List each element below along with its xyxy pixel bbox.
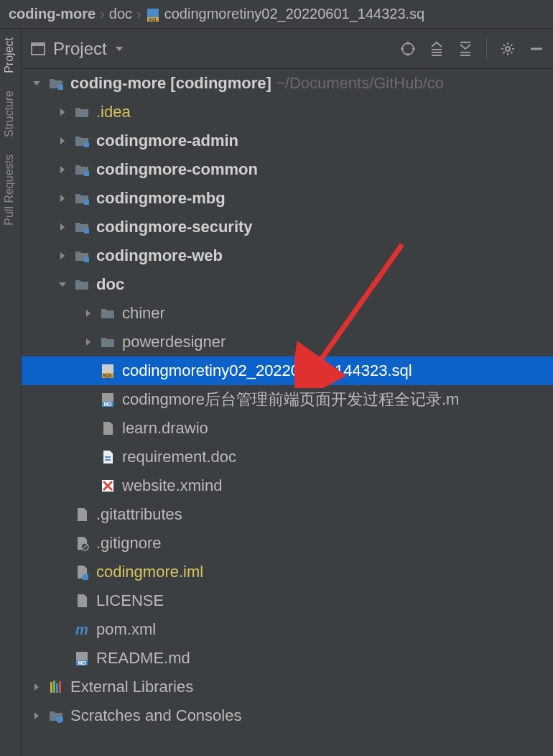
arrow-collapsed-icon [56, 192, 69, 205]
module-folder-icon [73, 161, 90, 178]
chevron-right-icon: › [100, 6, 105, 22]
file-icon [73, 592, 90, 609]
doc-file-icon [99, 448, 116, 466]
module-folder-icon [73, 190, 90, 207]
arrow-collapsed-icon [56, 221, 69, 234]
toolbar-separator [486, 39, 487, 59]
svg-rect-22 [84, 229, 89, 234]
arrow-collapsed-icon [56, 106, 69, 119]
svg-rect-20 [84, 171, 89, 176]
breadcrumb-dir[interactable]: doc [109, 6, 132, 22]
tree-node-file[interactable]: m pom.xml [22, 615, 553, 644]
svg-rect-21 [84, 200, 89, 205]
svg-rect-43 [59, 681, 61, 693]
gear-icon[interactable] [500, 41, 516, 57]
svg-rect-18 [58, 85, 63, 90]
tree-node-file[interactable]: learn.drawio [22, 414, 553, 443]
arrow-expanded-icon [30, 77, 43, 90]
tab-pull-requests[interactable]: Pull Requests [0, 146, 19, 234]
module-folder-icon [73, 218, 90, 236]
svg-rect-27 [102, 393, 113, 402]
arrow-collapsed-icon [56, 249, 69, 262]
tree-node-module[interactable]: codingmore-common [22, 155, 553, 184]
svg-text:m: m [75, 622, 88, 637]
arrow-collapsed-icon [56, 134, 69, 147]
svg-text:SQL: SQL [149, 17, 158, 22]
sql-file-icon: SQL [99, 362, 116, 379]
svg-rect-0 [147, 9, 159, 17]
module-folder-icon [73, 247, 90, 264]
tree-node-file[interactable]: .gitignore [22, 529, 553, 558]
tree-node-file[interactable]: .gitattributes [22, 500, 553, 529]
tree-node-file[interactable]: requirement.doc [22, 443, 553, 471]
tree-node-file[interactable]: codingmore.iml [22, 558, 553, 586]
libraries-icon [47, 678, 65, 696]
sql-file-icon: SQL [146, 7, 160, 22]
svg-point-5 [402, 43, 414, 55]
module-folder-icon [47, 75, 65, 92]
tree-node-module[interactable]: codingmore-admin [22, 126, 553, 155]
tree-node-scratches[interactable]: Scratches and Consoles [22, 701, 553, 730]
breadcrumb-file[interactable]: codingmoretiny02_20220601_144323.sq [164, 6, 425, 22]
markdown-file-icon: MD [99, 391, 116, 408]
project-view-icon [30, 41, 46, 57]
tree-node-file-selected[interactable]: SQL codingmoretiny02_20220601_144323.sql [22, 356, 553, 385]
tree-node-file[interactable]: MD codingmore后台管理前端页面开发过程全记录.m [22, 385, 553, 414]
maven-file-icon: m [73, 621, 90, 638]
folder-icon [73, 103, 90, 121]
file-icon [73, 506, 90, 523]
dropdown-chevron-icon[interactable] [114, 44, 124, 54]
svg-rect-4 [32, 43, 45, 46]
svg-rect-35 [83, 574, 88, 580]
target-icon[interactable] [400, 41, 416, 57]
tree-node-folder[interactable]: powerdesigner [22, 328, 553, 356]
svg-rect-19 [84, 142, 89, 147]
markdown-file-icon: MD [73, 650, 90, 667]
svg-text:MD: MD [78, 660, 86, 665]
svg-rect-24 [102, 364, 113, 373]
tree-node-doc[interactable]: doc [22, 270, 553, 299]
svg-rect-37 [76, 652, 88, 660]
scratches-icon [47, 707, 65, 724]
tree-node-folder[interactable]: chiner [22, 299, 553, 328]
folder-icon [99, 305, 116, 322]
breadcrumb: coding-more › doc › SQL codingmoretiny02… [0, 0, 553, 29]
minimize-icon[interactable] [529, 41, 544, 57]
arrow-collapsed-icon [82, 307, 95, 320]
tree-node-module[interactable]: codingmore-mbg [22, 184, 553, 213]
svg-text:SQL: SQL [103, 373, 113, 379]
project-view-label[interactable]: Project [53, 39, 107, 59]
xmind-file-icon [99, 477, 116, 494]
arrow-collapsed-icon [30, 681, 43, 693]
folder-icon [73, 276, 90, 293]
tree-node-idea[interactable]: .idea [22, 98, 553, 126]
file-icon [99, 420, 116, 437]
expand-all-icon[interactable] [429, 41, 445, 57]
tree-node-file[interactable]: website.xmind [22, 471, 553, 500]
tree-node-file[interactable]: MD README.md [22, 644, 553, 673]
module-folder-icon [73, 132, 90, 149]
project-tree: coding-more [codingmore]~/Documents/GitH… [22, 69, 553, 756]
svg-point-16 [506, 47, 510, 51]
tree-node-external-libraries[interactable]: External Libraries [22, 673, 553, 701]
svg-rect-42 [56, 683, 58, 693]
project-toolbar: Project [22, 29, 553, 69]
tree-node-root[interactable]: coding-more [codingmore]~/Documents/GitH… [22, 69, 553, 98]
gitignore-file-icon [73, 535, 90, 552]
iml-file-icon [73, 563, 90, 581]
arrow-collapsed-icon [30, 709, 43, 722]
arrow-collapsed-icon [82, 336, 95, 349]
tab-project[interactable]: Project [0, 29, 19, 82]
tree-node-module[interactable]: codingmore-security [22, 213, 553, 241]
breadcrumb-root[interactable]: coding-more [9, 6, 96, 22]
collapse-all-icon[interactable] [457, 41, 473, 57]
svg-rect-30 [105, 456, 111, 458]
svg-rect-31 [105, 459, 111, 461]
arrow-collapsed-icon [56, 163, 69, 176]
tool-window-tabs: Project Structure Pull Requests [0, 29, 22, 756]
svg-rect-41 [53, 681, 55, 693]
tree-node-file[interactable]: LICENSE [22, 586, 553, 615]
arrow-expanded-icon [56, 278, 69, 291]
tree-node-module[interactable]: codingmore-web [22, 241, 553, 270]
tab-structure[interactable]: Structure [0, 82, 19, 146]
